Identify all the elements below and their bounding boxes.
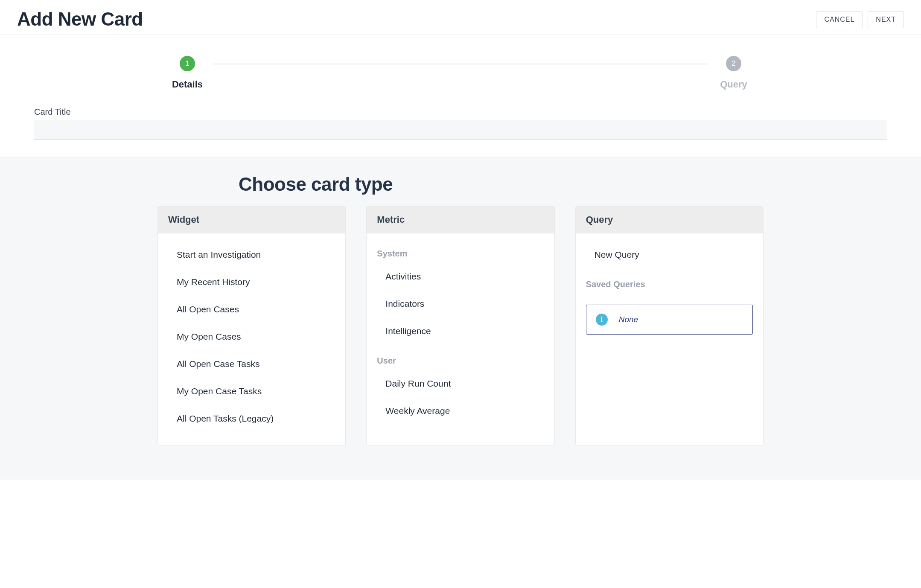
widget-option-my-open-cases[interactable]: My Open Cases bbox=[168, 323, 335, 350]
card-title-label: Card Title bbox=[34, 107, 887, 117]
widget-option-all-open-case-tasks[interactable]: All Open Case Tasks bbox=[168, 350, 335, 378]
card-title-input[interactable] bbox=[34, 120, 887, 140]
step-query[interactable]: 2 Query bbox=[708, 56, 759, 90]
page-title: Add New Card bbox=[17, 9, 143, 30]
metric-system-label: System bbox=[377, 238, 544, 263]
action-buttons: CANCEL NEXT bbox=[816, 11, 904, 28]
metric-user-label: User bbox=[377, 345, 544, 370]
step-connector bbox=[213, 64, 708, 64]
step-1-label: Details bbox=[172, 79, 203, 90]
widget-card-header: Widget bbox=[158, 207, 345, 233]
metric-option-daily-run-count[interactable]: Daily Run Count bbox=[377, 370, 544, 397]
metric-option-intelligence[interactable]: Intelligence bbox=[377, 317, 544, 345]
widget-option-all-open-cases[interactable]: All Open Cases bbox=[168, 296, 335, 323]
next-button[interactable]: NEXT bbox=[868, 11, 904, 28]
query-card: Query New Query Saved Queries i None bbox=[575, 206, 764, 445]
stepper: 1 Details 2 Query bbox=[0, 35, 921, 103]
widget-card: Widget Start an Investigation My Recent … bbox=[157, 206, 346, 445]
metric-option-activities[interactable]: Activities bbox=[377, 263, 544, 290]
top-bar: Add New Card CANCEL NEXT bbox=[0, 0, 921, 35]
metric-option-weekly-average[interactable]: Weekly Average bbox=[377, 397, 544, 425]
metric-card: Metric System Activities Indicators Inte… bbox=[366, 206, 554, 445]
cancel-button[interactable]: CANCEL bbox=[816, 11, 863, 28]
metric-card-header: Metric bbox=[367, 207, 554, 233]
widget-option-my-open-case-tasks[interactable]: My Open Case Tasks bbox=[168, 378, 335, 405]
widget-option-start-investigation[interactable]: Start an Investigation bbox=[168, 238, 335, 268]
metric-option-indicators[interactable]: Indicators bbox=[377, 290, 544, 317]
saved-queries-none-box: i None bbox=[586, 305, 753, 335]
choose-card-type-heading: Choose card type bbox=[157, 174, 764, 195]
widget-option-recent-history[interactable]: My Recent History bbox=[168, 268, 335, 296]
query-card-header: Query bbox=[576, 207, 763, 233]
step-2-circle: 2 bbox=[726, 56, 741, 71]
widget-option-all-open-tasks-legacy[interactable]: All Open Tasks (Legacy) bbox=[168, 405, 335, 432]
card-type-columns: Widget Start an Investigation My Recent … bbox=[157, 206, 764, 445]
saved-queries-none-text: None bbox=[619, 315, 638, 324]
step-1-circle: 1 bbox=[180, 56, 195, 71]
query-saved-label: Saved Queries bbox=[586, 268, 753, 294]
info-icon: i bbox=[596, 314, 608, 326]
choose-card-type-section: Choose card type Widget Start an Investi… bbox=[0, 157, 921, 480]
card-title-field: Card Title bbox=[0, 103, 921, 157]
step-2-label: Query bbox=[720, 79, 747, 90]
step-details[interactable]: 1 Details bbox=[162, 56, 213, 90]
query-option-new-query[interactable]: New Query bbox=[586, 238, 753, 268]
